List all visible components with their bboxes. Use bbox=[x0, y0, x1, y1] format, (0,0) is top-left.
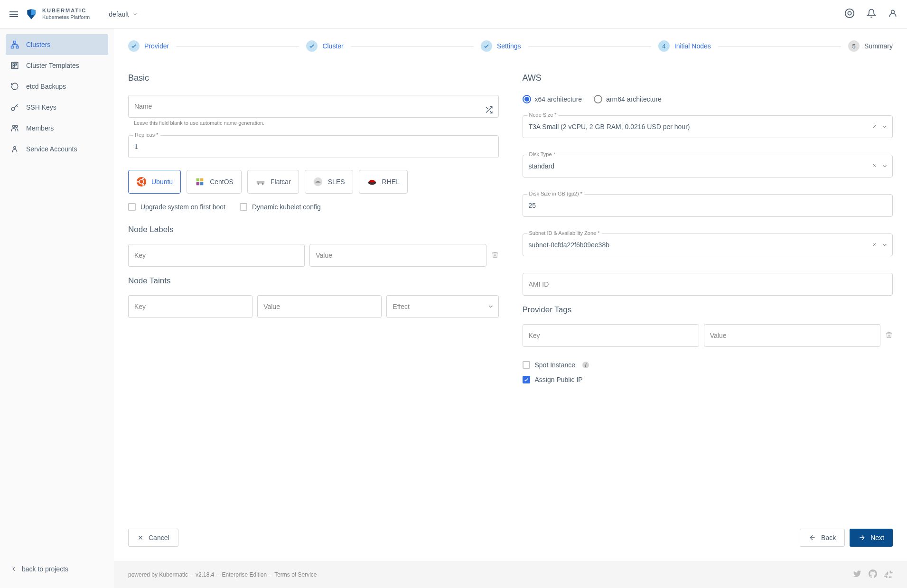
radio-icon bbox=[523, 95, 531, 103]
templates-icon bbox=[10, 61, 19, 70]
step-cluster[interactable]: Cluster bbox=[306, 40, 343, 52]
sidebar-item-serviceaccounts[interactable]: Service Accounts bbox=[6, 139, 108, 159]
next-button[interactable]: Next bbox=[850, 529, 893, 547]
os-label: Flatcar bbox=[271, 178, 291, 186]
os-ubuntu[interactable]: Ubuntu bbox=[128, 170, 181, 194]
spot-instance-checkbox[interactable]: Spot Instance i bbox=[523, 361, 893, 369]
chevron-left-icon bbox=[10, 566, 17, 572]
checkbox-icon bbox=[523, 361, 530, 369]
check-icon bbox=[128, 40, 140, 52]
rhel-icon bbox=[367, 177, 377, 187]
arch-x64-label: x64 architecture bbox=[535, 95, 582, 103]
back-label: Back bbox=[821, 534, 836, 541]
back-button[interactable]: Back bbox=[800, 529, 845, 547]
taint-value-input[interactable] bbox=[257, 295, 382, 318]
brand-line1: KUBERMATIC bbox=[42, 8, 90, 14]
brand-line2: Kubernetes Platform bbox=[42, 14, 90, 20]
svg-point-13 bbox=[14, 147, 16, 149]
label-value-input[interactable] bbox=[309, 244, 486, 267]
step-summary[interactable]: 5 Summary bbox=[848, 40, 893, 52]
step-settings[interactable]: Settings bbox=[481, 40, 521, 52]
subnet-label: Subnet ID & Availability Zone * bbox=[527, 230, 602, 236]
twitter-icon[interactable] bbox=[853, 569, 861, 579]
svg-point-2 bbox=[891, 10, 895, 13]
chevron-down-icon[interactable] bbox=[881, 163, 888, 169]
ubuntu-icon bbox=[136, 177, 147, 187]
arrow-left-icon bbox=[809, 534, 816, 541]
dynamic-kubelet-checkbox[interactable]: Dynamic kubelet config bbox=[240, 203, 321, 211]
footer-tos[interactable]: Terms of Service bbox=[274, 571, 317, 578]
name-input[interactable] bbox=[128, 95, 499, 118]
os-centos[interactable]: CentOS bbox=[187, 170, 242, 194]
replicas-input[interactable] bbox=[128, 135, 499, 158]
label-key-input[interactable] bbox=[128, 244, 305, 267]
clear-icon[interactable] bbox=[872, 241, 878, 249]
chevron-down-icon[interactable] bbox=[881, 242, 888, 248]
step-provider[interactable]: Provider bbox=[128, 40, 169, 52]
ami-id-input[interactable] bbox=[523, 273, 893, 296]
tag-value-input[interactable] bbox=[704, 324, 880, 347]
clear-icon[interactable] bbox=[872, 123, 878, 131]
arch-x64-radio[interactable]: x64 architecture bbox=[523, 95, 582, 103]
help-icon[interactable] bbox=[844, 8, 855, 20]
sidebar-item-clusters[interactable]: Clusters bbox=[6, 34, 108, 55]
svg-rect-22 bbox=[196, 182, 199, 185]
chevron-down-icon[interactable] bbox=[487, 303, 494, 310]
next-label: Next bbox=[870, 534, 884, 541]
github-icon[interactable] bbox=[869, 569, 877, 579]
cancel-label: Cancel bbox=[149, 534, 169, 541]
step-initial-nodes[interactable]: 4 Initial Nodes bbox=[658, 40, 711, 52]
os-label: CentOS bbox=[210, 178, 234, 186]
os-sles[interactable]: SLES bbox=[305, 170, 353, 194]
svg-rect-4 bbox=[11, 46, 14, 48]
clear-icon[interactable] bbox=[872, 162, 878, 170]
check-icon bbox=[481, 40, 492, 52]
sidebar-item-label: etcd Backups bbox=[26, 83, 66, 90]
tag-key-input[interactable] bbox=[523, 324, 699, 347]
notification-bell-icon[interactable] bbox=[867, 9, 876, 19]
step-number: 4 bbox=[658, 40, 670, 52]
svg-point-18 bbox=[142, 178, 144, 180]
name-helper: Leave this field blank to use automatic … bbox=[134, 120, 499, 126]
backup-icon bbox=[10, 82, 19, 91]
info-icon[interactable]: i bbox=[582, 362, 589, 368]
sidebar-item-sshkeys[interactable]: SSH Keys bbox=[6, 97, 108, 118]
os-label: SLES bbox=[328, 178, 345, 186]
svg-point-19 bbox=[142, 184, 144, 186]
project-selector[interactable]: default bbox=[109, 10, 138, 18]
arch-arm64-radio[interactable]: arm64 architecture bbox=[594, 95, 662, 103]
flatcar-icon bbox=[255, 177, 266, 187]
slack-icon[interactable] bbox=[884, 569, 893, 579]
shuffle-icon[interactable] bbox=[485, 105, 493, 115]
checkbox-icon bbox=[240, 203, 247, 211]
sidebar-item-etcd[interactable]: etcd Backups bbox=[6, 76, 108, 97]
node-size-select[interactable] bbox=[523, 115, 893, 138]
kubermatic-logo-icon bbox=[25, 8, 37, 20]
node-labels-heading: Node Labels bbox=[128, 225, 499, 234]
chevron-down-icon[interactable] bbox=[881, 123, 888, 130]
delete-icon[interactable] bbox=[885, 331, 893, 340]
assign-public-ip-checkbox[interactable]: Assign Public IP bbox=[523, 376, 893, 383]
upgrade-checkbox[interactable]: Upgrade system on first boot bbox=[128, 203, 225, 211]
hamburger-menu[interactable] bbox=[9, 11, 18, 17]
node-size-label: Node Size * bbox=[527, 112, 559, 118]
sidebar-item-templates[interactable]: Cluster Templates bbox=[6, 55, 108, 76]
node-taints-heading: Node Taints bbox=[128, 276, 499, 286]
sidebar-item-members[interactable]: Members bbox=[6, 118, 108, 139]
arrow-right-icon bbox=[858, 534, 866, 541]
taint-key-input[interactable] bbox=[128, 295, 252, 318]
delete-icon[interactable] bbox=[491, 251, 499, 260]
back-to-projects[interactable]: back to projects bbox=[6, 556, 108, 582]
disk-type-select[interactable] bbox=[523, 155, 893, 177]
svg-point-10 bbox=[11, 108, 14, 111]
step-line bbox=[176, 46, 299, 47]
taint-effect-select[interactable] bbox=[386, 295, 498, 318]
os-flatcar[interactable]: Flatcar bbox=[247, 170, 299, 194]
brand-logo: KUBERMATIC Kubernetes Platform bbox=[25, 8, 90, 20]
cancel-button[interactable]: Cancel bbox=[128, 529, 178, 547]
user-account-icon[interactable] bbox=[888, 9, 898, 19]
disk-size-input[interactable] bbox=[523, 194, 893, 217]
subnet-select[interactable] bbox=[523, 233, 893, 256]
os-rhel[interactable]: RHEL bbox=[359, 170, 408, 194]
checkbox-icon bbox=[128, 203, 136, 211]
